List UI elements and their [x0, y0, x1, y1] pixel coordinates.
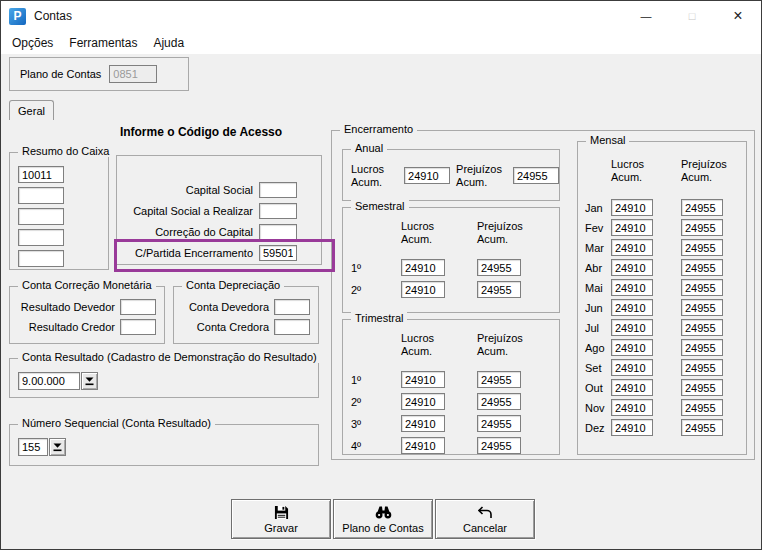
- conta-depreciacao-title: Conta Depreciação: [182, 279, 284, 291]
- lucros-acum-input[interactable]: [401, 393, 445, 410]
- correcao-capital-label: Correção do Capital: [155, 226, 253, 238]
- period-row: Out: [578, 379, 746, 396]
- prejuizos-acum-input[interactable]: [681, 419, 723, 436]
- plano-de-contas-label: Plano de Contas: [342, 522, 423, 534]
- conta-resultado-group: Conta Resultado (Cadastro de Demonstraçã…: [9, 358, 319, 398]
- prejuizos-acum-input[interactable]: [477, 371, 521, 388]
- conta-resultado-input[interactable]: [18, 372, 80, 390]
- lucros-acum-input[interactable]: [611, 199, 653, 216]
- period-row: Abr: [578, 259, 746, 276]
- lucros-acum-input[interactable]: [611, 219, 653, 236]
- menu-ajuda[interactable]: Ajuda: [145, 33, 192, 53]
- conta-credora-label: Conta Credora: [197, 321, 269, 333]
- prejuizos-acum-input[interactable]: [681, 199, 723, 216]
- anual-group: Anual Lucros Acum. Prejuízos Acum.: [342, 149, 560, 201]
- menu-opcoes[interactable]: Opções: [4, 33, 61, 53]
- lucros-acum-input[interactable]: [401, 281, 445, 298]
- numero-sequencial-dropdown-button[interactable]: [49, 438, 66, 456]
- anual-prejuizos-input[interactable]: [513, 167, 559, 184]
- lucros-acum-input[interactable]: [611, 299, 653, 316]
- capital-social-realizar-input[interactable]: [259, 203, 297, 219]
- capital-social-input[interactable]: [259, 182, 297, 198]
- prejuizos-acum-input[interactable]: [477, 415, 521, 432]
- prejuizos-acum-input[interactable]: [477, 281, 521, 298]
- prejuizos-acum-input[interactable]: [477, 259, 521, 276]
- period-row: Jul: [578, 319, 746, 336]
- lucros-acum-input[interactable]: [401, 371, 445, 388]
- plano-de-contas-panel: Plano de Contas: [9, 57, 189, 91]
- lucros-acum-input[interactable]: [401, 437, 445, 454]
- prejuizos-acum-input[interactable]: [477, 437, 521, 454]
- period-row: 4º: [343, 437, 559, 454]
- period-row: Set: [578, 359, 746, 376]
- resumo-caixa-input-2[interactable]: [18, 187, 64, 204]
- plano-de-contas-button[interactable]: Plano de Contas: [333, 499, 433, 539]
- lucros-acum-input[interactable]: [611, 399, 653, 416]
- lucros-acum-input[interactable]: [611, 419, 653, 436]
- cancelar-button[interactable]: Cancelar: [435, 499, 535, 539]
- semestral-group: Semestral Lucros Acum. Prejuízos Acum. 1…: [342, 207, 560, 313]
- prejuizos-acum-input[interactable]: [681, 399, 723, 416]
- numero-sequencial-input[interactable]: [18, 438, 48, 456]
- close-button[interactable]: ×: [715, 1, 761, 31]
- lucros-acum-input[interactable]: [611, 259, 653, 276]
- prejuizos-acum-input[interactable]: [681, 299, 723, 316]
- lucros-acum-input[interactable]: [401, 415, 445, 432]
- prejuizos-acum-input[interactable]: [681, 279, 723, 296]
- resumo-caixa-input-3[interactable]: [18, 208, 64, 225]
- period-row: Jun: [578, 299, 746, 316]
- app-icon: P: [9, 8, 26, 25]
- conta-devedora-input[interactable]: [274, 299, 310, 315]
- prejuizos-acum-input[interactable]: [681, 319, 723, 336]
- resultado-devedor-label: Resultado Devedor: [21, 301, 115, 313]
- semestral-title: Semestral: [351, 200, 409, 212]
- period-label: 3º: [351, 418, 401, 430]
- plano-de-contas-label: Plano de Contas: [20, 68, 101, 80]
- gravar-button[interactable]: Gravar: [231, 499, 331, 539]
- numero-sequencial-title: Número Sequencial (Conta Resultado): [18, 417, 215, 429]
- capital-social-row: Capital Social: [117, 179, 321, 200]
- resultado-credor-input[interactable]: [120, 319, 156, 335]
- lucros-acum-input[interactable]: [611, 319, 653, 336]
- prejuizos-acum-input[interactable]: [681, 379, 723, 396]
- dropdown-arrow-icon: [53, 443, 62, 452]
- client-area: Plano de Contas Geral Informe o Código d…: [1, 54, 761, 550]
- prejuizos-acum-header: Prejuízos Acum.: [681, 158, 733, 183]
- encerramento-group: Encerramento Anual Lucros Acum. Prejuízo…: [331, 130, 755, 460]
- resumo-caixa-input-1[interactable]: [18, 166, 64, 183]
- lucros-acum-input[interactable]: [401, 259, 445, 276]
- minimize-button[interactable]: —: [623, 1, 669, 31]
- cpartida-encerramento-input[interactable]: [259, 245, 297, 261]
- period-row: Mai: [578, 279, 746, 296]
- lucros-acum-input[interactable]: [611, 359, 653, 376]
- correcao-capital-row: Correção do Capital: [117, 221, 321, 242]
- prejuizos-acum-input[interactable]: [681, 339, 723, 356]
- tab-geral[interactable]: Geral: [9, 100, 54, 120]
- anual-lucros-input[interactable]: [404, 167, 450, 184]
- title-bar: P Contas — □ ×: [1, 1, 761, 31]
- prejuizos-acum-input[interactable]: [681, 219, 723, 236]
- resumo-caixa-input-5[interactable]: [18, 250, 64, 267]
- mensal-title: Mensal: [586, 134, 629, 146]
- correcao-capital-input[interactable]: [259, 224, 297, 240]
- conta-resultado-dropdown-button[interactable]: [81, 372, 98, 390]
- prejuizos-acum-input[interactable]: [681, 359, 723, 376]
- dropdown-arrow-icon: [85, 377, 94, 386]
- prejuizos-acum-input[interactable]: [681, 259, 723, 276]
- prejuizos-acum-label: Prejuízos Acum.: [456, 163, 507, 188]
- period-label: Out: [585, 382, 611, 394]
- lucros-acum-input[interactable]: [611, 339, 653, 356]
- conta-credora-input[interactable]: [274, 319, 310, 335]
- prejuizos-acum-input[interactable]: [681, 239, 723, 256]
- resultado-devedor-row: Resultado Devedor: [10, 297, 164, 317]
- menu-ferramentas[interactable]: Ferramentas: [61, 33, 145, 53]
- lucros-acum-input[interactable]: [611, 279, 653, 296]
- resumo-caixa-input-4[interactable]: [18, 229, 64, 246]
- period-label: 1º: [351, 374, 401, 386]
- lucros-acum-input[interactable]: [611, 239, 653, 256]
- prejuizos-acum-input[interactable]: [477, 393, 521, 410]
- period-label: 4º: [351, 440, 401, 452]
- lucros-acum-input[interactable]: [611, 379, 653, 396]
- resultado-devedor-input[interactable]: [120, 299, 156, 315]
- encerramento-title: Encerramento: [340, 123, 417, 135]
